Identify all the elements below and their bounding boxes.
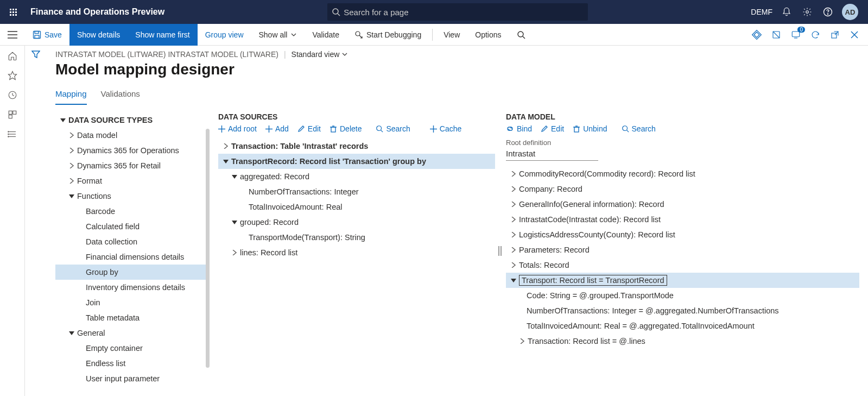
bind-button[interactable]: Bind [506,124,532,133]
tree-item[interactable]: grouped: Record [218,215,495,230]
unbind-button[interactable]: Unbind [573,124,607,133]
tree-item[interactable]: Data collection [55,234,207,249]
tree-item[interactable]: Transaction: Record list = @.lines [506,334,859,349]
options-menu[interactable]: Options [467,24,509,46]
app-launcher-icon[interactable] [4,3,22,21]
company-label[interactable]: DEMF [751,8,772,16]
tree-item[interactable]: CommodityRecord(Commodity record): Recor… [506,166,859,181]
tree-item[interactable]: GeneralInfo(General information): Record [506,197,859,212]
tree-item[interactable]: Functions [55,188,207,204]
find-button[interactable] [509,24,533,46]
help-icon[interactable] [821,5,834,18]
tree-item[interactable]: NumberOfTransactions: Integer [218,184,495,199]
messages-icon[interactable]: 0 [790,29,802,41]
delete-button[interactable]: Delete [330,124,362,133]
cache-button[interactable]: Cache [430,124,461,133]
attach-icon[interactable] [751,29,763,41]
tree-item[interactable]: Dynamics 365 for Operations [55,143,207,158]
tree-item[interactable]: General [55,325,207,341]
trash-icon [573,125,580,133]
svg-point-2 [806,11,809,14]
tree-item[interactable]: TotalInvoicedAmount: Real [218,199,495,215]
view-selector[interactable]: Standard view [292,50,349,59]
start-debugging-button[interactable]: Start Debugging [347,24,429,46]
scrollbar[interactable] [206,129,210,368]
group-view-button[interactable]: Group view [198,24,251,46]
tab-validations[interactable]: Validations [101,89,140,105]
save-button[interactable]: Save [25,24,69,46]
popout-icon[interactable] [829,29,841,41]
tree-item[interactable]: aggregated: Record [218,169,495,184]
notifications-icon[interactable] [780,5,793,18]
svg-point-0 [333,9,338,14]
tree-item-selected[interactable]: TransportRecord: Record list 'Transactio… [218,154,495,169]
tree-item[interactable]: IntrastatCode(Intrastat code): Record li… [506,212,859,227]
nav-toggle-icon[interactable] [0,24,25,46]
dm-toolbar: Bind Edit Unbind Search [506,124,859,133]
edit-button[interactable]: Edit [541,124,564,133]
tree-item[interactable]: Endless list [55,356,207,371]
validate-button[interactable]: Validate [305,24,347,46]
add-button[interactable]: Add [265,124,289,133]
tree-item[interactable]: Code: String = @.grouped.TransportMode [506,288,859,303]
filter-icon[interactable] [31,50,40,60]
tree-item[interactable]: Parameters: Record [506,242,859,257]
show-all-dropdown[interactable]: Show all [251,24,305,46]
tree-item[interactable]: Calculated field [55,219,207,234]
tree-item[interactable]: User input parameter [55,371,207,386]
splitter-handle[interactable] [498,246,502,256]
office-icon[interactable] [770,29,782,41]
show-details-button[interactable]: Show details [69,24,128,46]
root-definition-value[interactable]: Intrastat [506,147,598,161]
svg-marker-37 [69,194,74,198]
tree-item[interactable]: Empty container [55,341,207,356]
tree-item[interactable]: lines: Record list [218,245,495,260]
edit-button[interactable]: Edit [297,124,321,133]
svg-rect-9 [35,31,39,33]
tree-item-selected[interactable]: Group by [55,265,207,280]
workspaces-icon[interactable] [7,109,18,121]
home-icon[interactable] [7,50,18,62]
messages-badge: 0 [797,27,805,33]
search-button[interactable]: Search [622,124,656,133]
modules-icon[interactable] [7,128,18,140]
tree-item[interactable]: Data model [55,128,207,143]
tree-item[interactable]: Dynamics 365 for Retail [55,158,207,173]
tree-item[interactable]: LogisticsAddressCounty(County): Record l… [506,227,859,242]
add-root-button[interactable]: Add root [218,124,257,133]
gear-icon[interactable] [801,5,814,18]
trash-icon [330,125,337,133]
tree-item[interactable]: Join [55,295,207,310]
recent-icon[interactable] [7,89,18,101]
command-bar: Save Show details Show name first Group … [0,24,868,46]
show-name-first-button[interactable]: Show name first [128,24,197,46]
tree-item[interactable]: Inventory dimensions details [55,280,207,295]
tree-item[interactable]: NumberOfTransactions: Integer = @.aggreg… [506,303,859,318]
svg-marker-50 [223,160,229,164]
refresh-icon[interactable] [809,29,821,41]
link-icon [506,125,514,132]
tree-item[interactable]: Transaction: Table 'Intrastat' records [218,139,495,154]
avatar[interactable]: AD [842,4,858,20]
tree-item-selected[interactable]: Transport: Record list = TransportRecord [506,273,859,288]
tree-item[interactable]: TransportMode(Transport): String [218,230,495,245]
svg-point-46 [377,126,382,131]
view-menu[interactable]: View [436,24,467,46]
tree-item[interactable]: Company: Record [506,181,859,197]
tree-item[interactable]: Table metadata [55,310,207,325]
svg-marker-36 [60,118,66,122]
svg-marker-38 [69,331,74,335]
search-button[interactable]: Search [376,124,410,133]
star-icon[interactable] [7,70,18,81]
close-icon[interactable] [848,29,860,41]
dstypes-header[interactable]: DATA SOURCE TYPES [55,112,207,128]
ds-header: DATA SOURCES [218,112,495,121]
tree-item[interactable]: Format [55,173,207,188]
tree-item[interactable]: Financial dimensions details [55,249,207,265]
tree-item[interactable]: TotalInvoicedAmount: Real = @.aggregated… [506,318,859,334]
tree-item[interactable]: Barcode [55,204,207,219]
global-search[interactable]: Search for a page [327,3,588,21]
svg-marker-35 [32,51,40,58]
tree-item[interactable]: Totals: Record [506,257,859,273]
tab-mapping[interactable]: Mapping [55,89,87,105]
